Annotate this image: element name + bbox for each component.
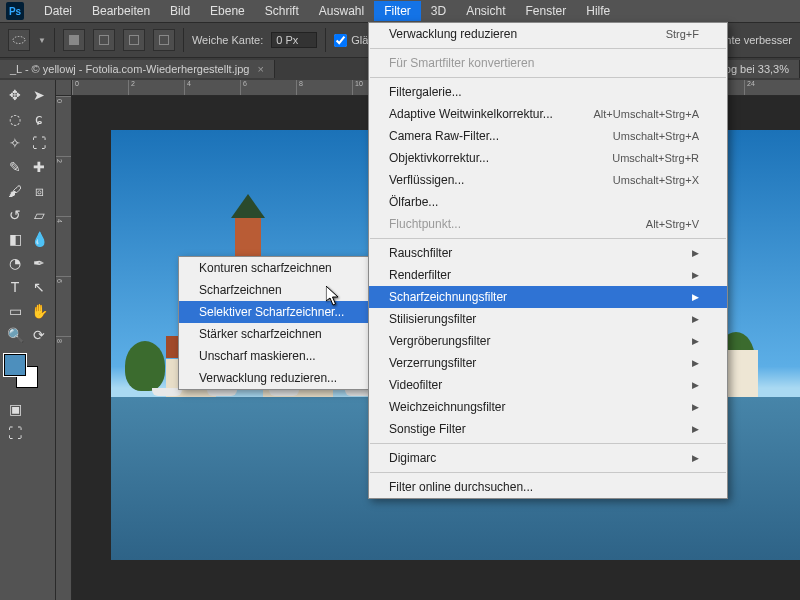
zoom-tool-icon[interactable]: 🔍 <box>4 324 26 346</box>
chevron-right-icon: ▶ <box>692 336 699 346</box>
menu-item-filtergalerie[interactable]: Filtergalerie... <box>369 81 727 103</box>
chevron-right-icon: ▶ <box>692 314 699 324</box>
ruler-origin <box>56 80 72 96</box>
chevron-right-icon: ▶ <box>692 270 699 280</box>
tool-preset-icon[interactable] <box>8 29 30 51</box>
menu-item-digimarc[interactable]: Digimarc▶ <box>369 447 727 469</box>
menubar-item-3d[interactable]: 3D <box>421 1 456 21</box>
photoshop-logo: Ps <box>6 2 24 20</box>
menu-item-filter-online[interactable]: Filter online durchsuchen... <box>369 476 727 498</box>
cursor-icon <box>326 286 340 306</box>
menu-item-renderfilter[interactable]: Renderfilter▶ <box>369 264 727 286</box>
menu-item-weichzeichnungsfilter[interactable]: Weichzeichnungsfilter▶ <box>369 396 727 418</box>
menubar-item-fenster[interactable]: Fenster <box>516 1 577 21</box>
menu-item-rauschfilter[interactable]: Rauschfilter▶ <box>369 242 727 264</box>
menu-item-objektiv[interactable]: Objektivkorrektur...Umschalt+Strg+R <box>369 147 727 169</box>
menubar-item-bild[interactable]: Bild <box>160 1 200 21</box>
rotate-tool-icon[interactable]: ⟳ <box>28 324 50 346</box>
menubar-item-datei[interactable]: Datei <box>34 1 82 21</box>
wand-tool-icon[interactable]: ✧ <box>4 132 26 154</box>
eraser-tool-icon[interactable]: ▱ <box>28 204 50 226</box>
history-brush-tool-icon[interactable]: ↺ <box>4 204 26 226</box>
menu-item-verfluessigen[interactable]: Verflüssigen...Umschalt+Strg+X <box>369 169 727 191</box>
dodge-tool-icon[interactable]: ◔ <box>4 252 26 274</box>
chevron-right-icon: ▶ <box>692 402 699 412</box>
dropdown-caret-icon[interactable]: ▼ <box>38 36 46 45</box>
pen-tool-icon[interactable]: ✒ <box>28 252 50 274</box>
shape-tool-icon[interactable]: ▭ <box>4 300 26 322</box>
tab-label: _L - © yellowj - Fotolia.com-Wiederherge… <box>10 63 249 75</box>
arrow-tool-icon[interactable]: ➤ <box>28 84 50 106</box>
svg-point-0 <box>13 37 25 44</box>
blur-tool-icon[interactable]: 💧 <box>28 228 50 250</box>
chevron-right-icon: ▶ <box>692 424 699 434</box>
chevron-right-icon: ▶ <box>692 248 699 258</box>
filter-menu: Verwacklung reduzierenStrg+F Für Smartfi… <box>368 22 728 499</box>
menu-item-stilisierungsfilter[interactable]: Stilisierungsfilter▶ <box>369 308 727 330</box>
menu-item-oelfarbe[interactable]: Ölfarbe... <box>369 191 727 213</box>
add-selection-icon[interactable] <box>93 29 115 51</box>
menu-item-videofilter[interactable]: Videofilter▶ <box>369 374 727 396</box>
submenu-item[interactable]: Unscharf maskieren... <box>179 345 369 367</box>
intersect-selection-icon[interactable] <box>153 29 175 51</box>
menubar: Ps DateiBearbeitenBildEbeneSchriftAuswah… <box>0 0 800 22</box>
menubar-item-bearbeiten[interactable]: Bearbeiten <box>82 1 160 21</box>
menu-item-cameraraw[interactable]: Camera Raw-Filter...Umschalt+Strg+A <box>369 125 727 147</box>
path-tool-icon[interactable]: ↖ <box>28 276 50 298</box>
submenu-item[interactable]: Konturen scharfzeichnen <box>179 257 369 279</box>
feather-label: Weiche Kante: <box>192 34 263 46</box>
sharpen-submenu: Konturen scharfzeichnenScharfzeichnenSel… <box>178 256 370 390</box>
menubar-item-ebene[interactable]: Ebene <box>200 1 255 21</box>
lasso-tool-icon[interactable]: ɕ <box>28 108 50 130</box>
chevron-right-icon: ▶ <box>692 453 699 463</box>
menu-item-sonstige filter[interactable]: Sonstige Filter▶ <box>369 418 727 440</box>
stamp-tool-icon[interactable]: ⧇ <box>28 180 50 202</box>
gradient-tool-icon[interactable]: ◧ <box>4 228 26 250</box>
menu-item-smartfilter: Für Smartfilter konvertieren <box>369 52 727 74</box>
submenu-item[interactable]: Stärker scharfzeichnen <box>179 323 369 345</box>
close-icon[interactable]: × <box>257 63 263 75</box>
menu-item-weitwinkel[interactable]: Adaptive Weitwinkelkorrektur...Alt+Umsch… <box>369 103 727 125</box>
chevron-right-icon: ▶ <box>692 358 699 368</box>
menu-item-fluchtpunkt: Fluchtpunkt...Alt+Strg+V <box>369 213 727 235</box>
type-tool-icon[interactable]: T <box>4 276 26 298</box>
hand-tool-icon[interactable]: ✋ <box>28 300 50 322</box>
menu-item-vergröberungsfilter[interactable]: Vergröberungsfilter▶ <box>369 330 727 352</box>
new-selection-icon[interactable] <box>63 29 85 51</box>
menu-item-verzerrungsfilter[interactable]: Verzerrungsfilter▶ <box>369 352 727 374</box>
menu-item-scharfzeichnungsfilter[interactable]: Scharfzeichnungsfilter▶ <box>369 286 727 308</box>
subtract-selection-icon[interactable] <box>123 29 145 51</box>
menubar-item-auswahl[interactable]: Auswahl <box>309 1 374 21</box>
quickmask-icon[interactable]: ▣ <box>4 398 26 420</box>
heal-tool-icon[interactable]: ✚ <box>28 156 50 178</box>
marquee-tool-icon[interactable]: ◌ <box>4 108 26 130</box>
move-tool-icon[interactable]: ✥ <box>4 84 26 106</box>
tool-panel: ✥➤ ◌ɕ ✧⛶ ✎✚ 🖌⧇ ↺▱ ◧💧 ◔✒ T↖ ▭✋ 🔍⟳ ▣ ⛶ <box>0 80 56 600</box>
submenu-item[interactable]: Selektiver Scharfzeichner... <box>179 301 369 323</box>
document-tab[interactable]: _L - © yellowj - Fotolia.com-Wiederherge… <box>0 60 275 78</box>
menubar-item-ansicht[interactable]: Ansicht <box>456 1 515 21</box>
menubar-item-filter[interactable]: Filter <box>374 1 421 21</box>
crop-tool-icon[interactable]: ⛶ <box>28 132 50 154</box>
color-swatches[interactable] <box>4 354 38 388</box>
menubar-item-schrift[interactable]: Schrift <box>255 1 309 21</box>
chevron-right-icon: ▶ <box>692 292 699 302</box>
menubar-item-hilfe[interactable]: Hilfe <box>576 1 620 21</box>
chevron-right-icon: ▶ <box>692 380 699 390</box>
foreground-color-swatch[interactable] <box>4 354 26 376</box>
submenu-item[interactable]: Verwacklung reduzieren... <box>179 367 369 389</box>
eyedropper-tool-icon[interactable]: ✎ <box>4 156 26 178</box>
submenu-item[interactable]: Scharfzeichnen <box>179 279 369 301</box>
feather-input[interactable] <box>271 32 317 48</box>
screenmode-icon[interactable]: ⛶ <box>4 422 26 444</box>
ruler-vertical: 02468 <box>56 96 72 600</box>
brush-tool-icon[interactable]: 🖌 <box>4 180 26 202</box>
menu-item-reduce-shake[interactable]: Verwacklung reduzierenStrg+F <box>369 23 727 45</box>
